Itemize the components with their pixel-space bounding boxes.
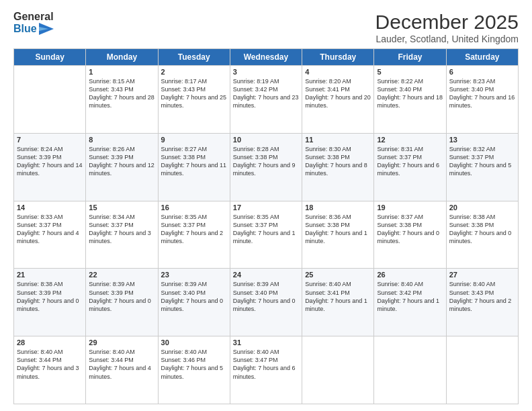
calendar-cell: 30Sunrise: 8:40 AM Sunset: 3:46 PM Dayli… — [158, 336, 230, 404]
day-number: 16 — [161, 203, 227, 212]
calendar-cell: 18Sunrise: 8:36 AM Sunset: 3:38 PM Dayli… — [302, 201, 374, 269]
calendar-cell: 29Sunrise: 8:40 AM Sunset: 3:44 PM Dayli… — [86, 336, 158, 404]
day-number: 6 — [449, 68, 515, 76]
month-title: December 2025 — [375, 11, 519, 34]
day-number: 28 — [17, 338, 83, 347]
cell-sun-info: Sunrise: 8:19 AM Sunset: 3:42 PM Dayligh… — [233, 77, 299, 110]
calendar-cell: 2Sunrise: 8:17 AM Sunset: 3:43 PM Daylig… — [158, 66, 230, 134]
cell-sun-info: Sunrise: 8:32 AM Sunset: 3:37 PM Dayligh… — [449, 145, 515, 178]
cell-sun-info: Sunrise: 8:40 AM Sunset: 3:47 PM Dayligh… — [233, 348, 299, 381]
cell-sun-info: Sunrise: 8:35 AM Sunset: 3:37 PM Dayligh… — [161, 213, 227, 246]
col-monday: Monday — [86, 49, 158, 66]
calendar-cell: 26Sunrise: 8:40 AM Sunset: 3:42 PM Dayli… — [374, 269, 446, 336]
cell-sun-info: Sunrise: 8:38 AM Sunset: 3:38 PM Dayligh… — [449, 213, 515, 246]
day-number: 2 — [161, 68, 227, 76]
col-thursday: Thursday — [302, 49, 374, 66]
day-number: 12 — [377, 136, 443, 144]
calendar-cell: 22Sunrise: 8:39 AM Sunset: 3:39 PM Dayli… — [86, 269, 158, 336]
calendar-week-4: 21Sunrise: 8:38 AM Sunset: 3:39 PM Dayli… — [14, 269, 519, 336]
calendar-week-1: 1Sunrise: 8:15 AM Sunset: 3:43 PM Daylig… — [14, 66, 519, 134]
cell-sun-info: Sunrise: 8:40 AM Sunset: 3:42 PM Dayligh… — [377, 280, 443, 313]
day-number: 1 — [89, 68, 154, 76]
day-number: 24 — [233, 271, 299, 279]
day-number: 13 — [449, 136, 515, 144]
calendar-cell: 23Sunrise: 8:39 AM Sunset: 3:40 PM Dayli… — [158, 269, 230, 336]
calendar-cell: 8Sunrise: 8:26 AM Sunset: 3:39 PM Daylig… — [86, 133, 158, 201]
col-tuesday: Tuesday — [158, 49, 230, 66]
day-number: 8 — [89, 136, 154, 144]
day-number: 9 — [161, 136, 227, 144]
day-number: 22 — [89, 271, 154, 279]
cell-sun-info: Sunrise: 8:23 AM Sunset: 3:40 PM Dayligh… — [449, 77, 515, 110]
calendar-cell: 9Sunrise: 8:27 AM Sunset: 3:38 PM Daylig… — [158, 133, 230, 201]
calendar-week-2: 7Sunrise: 8:24 AM Sunset: 3:39 PM Daylig… — [14, 133, 519, 201]
cell-sun-info: Sunrise: 8:31 AM Sunset: 3:37 PM Dayligh… — [377, 145, 443, 178]
day-number: 31 — [233, 338, 299, 347]
day-number: 17 — [233, 203, 299, 212]
cell-sun-info: Sunrise: 8:26 AM Sunset: 3:39 PM Dayligh… — [89, 145, 154, 178]
calendar-cell — [302, 336, 374, 404]
calendar-cell: 7Sunrise: 8:24 AM Sunset: 3:39 PM Daylig… — [14, 133, 86, 201]
calendar-cell: 13Sunrise: 8:32 AM Sunset: 3:37 PM Dayli… — [446, 133, 518, 201]
logo-blue: Blue — [13, 23, 37, 35]
location: Lauder, Scotland, United Kingdom — [375, 34, 519, 44]
day-number: 27 — [449, 271, 515, 279]
day-number: 11 — [305, 136, 371, 144]
day-number: 10 — [233, 136, 299, 144]
header: General Blue December 2025 Lauder, Scotl… — [13, 11, 519, 44]
calendar-cell: 31Sunrise: 8:40 AM Sunset: 3:47 PM Dayli… — [230, 336, 302, 404]
cell-sun-info: Sunrise: 8:40 AM Sunset: 3:44 PM Dayligh… — [17, 348, 83, 381]
cell-sun-info: Sunrise: 8:40 AM Sunset: 3:43 PM Dayligh… — [449, 280, 515, 313]
cell-sun-info: Sunrise: 8:36 AM Sunset: 3:38 PM Dayligh… — [305, 213, 371, 246]
day-number: 4 — [305, 68, 371, 76]
day-number: 7 — [17, 136, 83, 144]
calendar-cell: 27Sunrise: 8:40 AM Sunset: 3:43 PM Dayli… — [446, 269, 518, 336]
day-number: 26 — [377, 271, 443, 279]
cell-sun-info: Sunrise: 8:39 AM Sunset: 3:39 PM Dayligh… — [89, 280, 154, 313]
cell-sun-info: Sunrise: 8:27 AM Sunset: 3:38 PM Dayligh… — [161, 145, 227, 178]
day-number: 15 — [89, 203, 154, 212]
calendar-cell: 16Sunrise: 8:35 AM Sunset: 3:37 PM Dayli… — [158, 201, 230, 269]
title-block: December 2025 Lauder, Scotland, United K… — [375, 11, 519, 44]
calendar-week-3: 14Sunrise: 8:33 AM Sunset: 3:37 PM Dayli… — [14, 201, 519, 269]
day-number: 5 — [377, 68, 443, 76]
calendar-cell: 3Sunrise: 8:19 AM Sunset: 3:42 PM Daylig… — [230, 66, 302, 134]
calendar-cell: 19Sunrise: 8:37 AM Sunset: 3:38 PM Dayli… — [374, 201, 446, 269]
calendar-cell: 28Sunrise: 8:40 AM Sunset: 3:44 PM Dayli… — [14, 336, 86, 404]
calendar-cell: 14Sunrise: 8:33 AM Sunset: 3:37 PM Dayli… — [14, 201, 86, 269]
calendar-cell: 5Sunrise: 8:22 AM Sunset: 3:40 PM Daylig… — [374, 66, 446, 134]
calendar-cell: 24Sunrise: 8:39 AM Sunset: 3:40 PM Dayli… — [230, 269, 302, 336]
day-number: 20 — [449, 203, 515, 212]
calendar-cell: 6Sunrise: 8:23 AM Sunset: 3:40 PM Daylig… — [446, 66, 518, 134]
day-number: 25 — [305, 271, 371, 279]
cell-sun-info: Sunrise: 8:38 AM Sunset: 3:39 PM Dayligh… — [17, 280, 83, 313]
calendar-cell — [374, 336, 446, 404]
cell-sun-info: Sunrise: 8:40 AM Sunset: 3:44 PM Dayligh… — [89, 348, 154, 381]
calendar-cell: 25Sunrise: 8:40 AM Sunset: 3:41 PM Dayli… — [302, 269, 374, 336]
calendar-cell: 20Sunrise: 8:38 AM Sunset: 3:38 PM Dayli… — [446, 201, 518, 269]
day-number: 19 — [377, 203, 443, 212]
day-number: 14 — [17, 203, 83, 212]
calendar-cell — [446, 336, 518, 404]
col-wednesday: Wednesday — [230, 49, 302, 66]
cell-sun-info: Sunrise: 8:37 AM Sunset: 3:38 PM Dayligh… — [377, 213, 443, 246]
day-number: 29 — [89, 338, 154, 347]
calendar-cell: 21Sunrise: 8:38 AM Sunset: 3:39 PM Dayli… — [14, 269, 86, 336]
col-friday: Friday — [374, 49, 446, 66]
day-number: 30 — [161, 338, 227, 347]
col-saturday: Saturday — [446, 49, 518, 66]
day-number: 18 — [305, 203, 371, 212]
calendar-cell: 1Sunrise: 8:15 AM Sunset: 3:43 PM Daylig… — [86, 66, 158, 134]
cell-sun-info: Sunrise: 8:28 AM Sunset: 3:38 PM Dayligh… — [233, 145, 299, 178]
cell-sun-info: Sunrise: 8:34 AM Sunset: 3:37 PM Dayligh… — [89, 213, 154, 246]
calendar-cell: 15Sunrise: 8:34 AM Sunset: 3:37 PM Dayli… — [86, 201, 158, 269]
page: General Blue December 2025 Lauder, Scotl… — [0, 0, 532, 411]
day-number: 21 — [17, 271, 83, 279]
calendar-cell: 17Sunrise: 8:35 AM Sunset: 3:37 PM Dayli… — [230, 201, 302, 269]
calendar-cell — [14, 66, 86, 134]
cell-sun-info: Sunrise: 8:15 AM Sunset: 3:43 PM Dayligh… — [89, 77, 154, 110]
calendar-cell: 4Sunrise: 8:20 AM Sunset: 3:41 PM Daylig… — [302, 66, 374, 134]
logo-arrow-icon — [39, 23, 54, 35]
day-number: 3 — [233, 68, 299, 76]
calendar-cell: 11Sunrise: 8:30 AM Sunset: 3:38 PM Dayli… — [302, 133, 374, 201]
